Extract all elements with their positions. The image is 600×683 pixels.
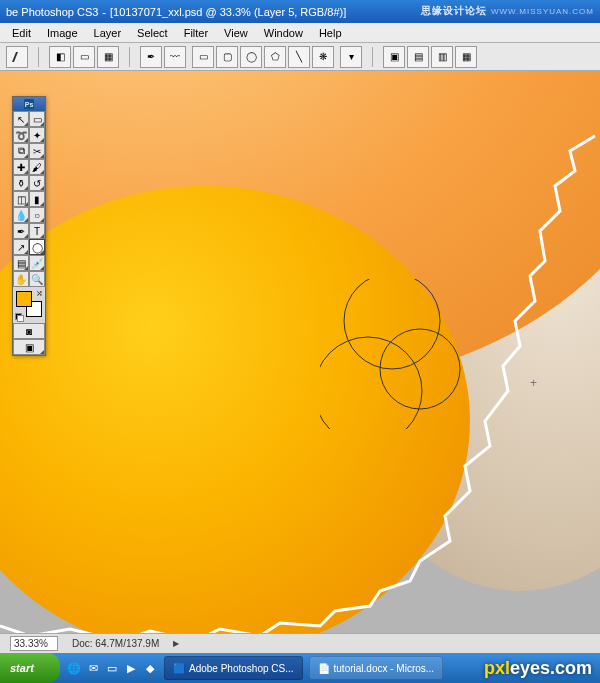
pen-tool[interactable]: ✒ xyxy=(13,223,29,239)
quick-select-tool[interactable]: ✦ xyxy=(29,127,45,143)
pen-mode-group: ✒ 〰 xyxy=(140,46,186,68)
path-ops-group: ▣ ▤ ▥ ▦ xyxy=(383,46,477,68)
hand-tool[interactable]: ✋ xyxy=(13,271,29,287)
line-icon[interactable]: ╲ xyxy=(288,46,310,68)
taskbar-word-icon: 📄 xyxy=(318,663,330,674)
document-title: [10137071_xxl.psd @ 33.3% (Layer 5, RGB/… xyxy=(110,6,346,18)
ps-logo-icon: Ps xyxy=(24,99,34,109)
stamp-tool[interactable]: ⚱ xyxy=(13,175,29,191)
rectangle-icon[interactable]: ▭ xyxy=(192,46,214,68)
ql-ie-icon[interactable]: 🌐 xyxy=(66,660,82,676)
history-brush-tool[interactable]: ↺ xyxy=(29,175,45,191)
watermark: 思缘设计论坛 WWW.MISSYUAN.COM xyxy=(421,4,594,18)
taskbar-ps-icon: 🟦 xyxy=(173,663,185,674)
quickmask-toggle[interactable]: ◙ xyxy=(13,323,45,339)
eyedropper-tool[interactable]: 💉 xyxy=(29,255,45,271)
shape-layers-icon[interactable]: ◧ xyxy=(49,46,71,68)
titlebar: be Photoshop CS3 - [10137071_xxl.psd @ 3… xyxy=(0,0,600,23)
notes-tool[interactable]: ▤ xyxy=(13,255,29,271)
path-select-tool[interactable]: ↗ xyxy=(13,239,29,255)
pen-icon[interactable]: ✒ xyxy=(140,46,162,68)
move-tool[interactable]: ↖ xyxy=(13,111,29,127)
slice-tool[interactable]: ✂ xyxy=(29,143,45,159)
cursor-crosshair-icon: + xyxy=(530,376,537,390)
brush-tool[interactable]: 🖌 xyxy=(29,159,45,175)
menu-layer[interactable]: Layer xyxy=(86,25,130,41)
add-path-icon[interactable]: ▣ xyxy=(383,46,405,68)
app-title: be Photoshop CS3 xyxy=(6,6,98,18)
toolbox[interactable]: Ps ↖ ▭ ➰ ✦ ⧉ ✂ ✚ 🖌 ⚱ ↺ ◫ ▮ 💧 ○ ✒ T ↗ ◯ ▤… xyxy=(12,96,46,356)
polygon-icon[interactable]: ⬠ xyxy=(264,46,286,68)
start-button[interactable]: start xyxy=(0,653,60,683)
watermark-pxleyes: pxleyes.com xyxy=(484,658,592,679)
options-bar: ◧ ▭ ▦ ✒ 〰 ▭ ▢ ◯ ⬠ ╲ ❋ ▾ ▣ ▤ ▥ ▦ xyxy=(0,43,600,71)
gradient-tool[interactable]: ▮ xyxy=(29,191,45,207)
doc-size-label: Doc: 64.7M/137.9M xyxy=(72,638,159,649)
ql-media-icon[interactable]: ▶ xyxy=(123,660,139,676)
shape-tools-group: ▭ ▢ ◯ ⬠ ╲ ❋ xyxy=(192,46,334,68)
intersect-path-icon[interactable]: ▥ xyxy=(431,46,453,68)
blur-tool[interactable]: 💧 xyxy=(13,207,29,223)
crop-tool[interactable]: ⧉ xyxy=(13,143,29,159)
rounded-rect-icon[interactable]: ▢ xyxy=(216,46,238,68)
menu-help[interactable]: Help xyxy=(311,25,350,41)
fill-pixels-icon[interactable]: ▦ xyxy=(97,46,119,68)
ql-app-icon[interactable]: ◆ xyxy=(142,660,158,676)
eraser-tool[interactable]: ◫ xyxy=(13,191,29,207)
taskbar: start 🌐 ✉ ▭ ▶ ◆ 🟦 Adobe Photoshop CS... … xyxy=(0,653,600,683)
freeform-pen-icon[interactable]: 〰 xyxy=(164,46,186,68)
menu-image[interactable]: Image xyxy=(39,25,86,41)
menu-view[interactable]: View xyxy=(216,25,256,41)
taskbar-word[interactable]: 📄 tutorial.docx - Micros... xyxy=(309,656,444,680)
type-tool[interactable]: T xyxy=(29,223,45,239)
subtract-path-icon[interactable]: ▤ xyxy=(407,46,429,68)
ql-mail-icon[interactable]: ✉ xyxy=(85,660,101,676)
custom-shape-icon[interactable]: ❋ xyxy=(312,46,334,68)
toolbox-header[interactable]: Ps xyxy=(13,97,45,111)
zoom-tool[interactable]: 🔍 xyxy=(29,271,45,287)
swap-colors-icon[interactable]: ⤭ xyxy=(36,289,43,298)
menu-select[interactable]: Select xyxy=(129,25,176,41)
menu-edit[interactable]: Edit xyxy=(4,25,39,41)
healing-tool[interactable]: ✚ xyxy=(13,159,29,175)
canvas[interactable]: + xyxy=(0,71,600,641)
lasso-tool[interactable]: ➰ xyxy=(13,127,29,143)
paths-icon[interactable]: ▭ xyxy=(73,46,95,68)
menu-window[interactable]: Window xyxy=(256,25,311,41)
dodge-tool[interactable]: ○ xyxy=(29,207,45,223)
ql-desktop-icon[interactable]: ▭ xyxy=(104,660,120,676)
svg-point-0 xyxy=(344,279,440,369)
menu-filter[interactable]: Filter xyxy=(176,25,216,41)
zoom-input[interactable]: 33.33% xyxy=(10,636,58,651)
shape-mode-group: ◧ ▭ ▦ xyxy=(49,46,119,68)
foreground-color-swatch[interactable] xyxy=(16,291,32,307)
screen-mode-toggle[interactable]: ▣ xyxy=(13,339,45,355)
svg-point-2 xyxy=(320,337,422,429)
status-menu-arrow-icon[interactable]: ▶ xyxy=(173,639,179,648)
color-swatches[interactable]: ⤭ xyxy=(13,287,45,323)
status-bar: 33.33% Doc: 64.7M/137.9M ▶ xyxy=(0,633,600,653)
path-circles xyxy=(320,279,600,429)
ellipse-tool[interactable]: ◯ xyxy=(29,239,45,255)
exclude-path-icon[interactable]: ▦ xyxy=(455,46,477,68)
default-colors-icon[interactable] xyxy=(15,313,23,321)
ellipse-icon[interactable]: ◯ xyxy=(240,46,262,68)
menu-bar: Edit Image Layer Select Filter View Wind… xyxy=(0,23,600,43)
geometry-options-icon[interactable]: ▾ xyxy=(340,46,362,68)
tool-preset-icon[interactable] xyxy=(6,46,28,68)
taskbar-photoshop[interactable]: 🟦 Adobe Photoshop CS... xyxy=(164,656,303,680)
marquee-tool[interactable]: ▭ xyxy=(29,111,45,127)
